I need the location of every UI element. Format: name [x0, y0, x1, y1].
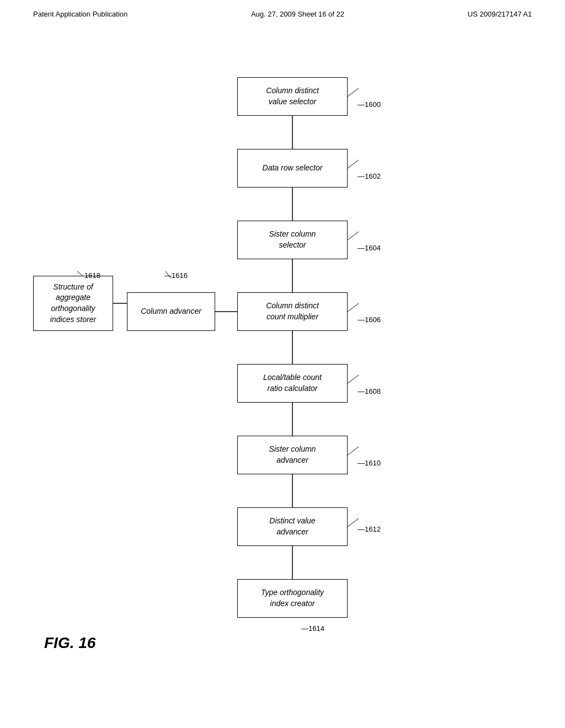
diagram-area: Column distinct value selectorData row s…	[0, 33, 565, 728]
box1616: Column advancer	[127, 292, 215, 331]
svg-line-10	[348, 160, 359, 168]
box1604: Sister column selector	[237, 221, 348, 259]
ref1614-label: —1614	[301, 624, 324, 633]
ref1606-label: —1606	[358, 315, 381, 324]
box1612: Distinct value advancer	[237, 507, 348, 546]
ref1610-label: —1610	[358, 459, 381, 467]
box1610: Sister column advancer	[237, 436, 348, 474]
svg-line-9	[348, 88, 359, 97]
ref1608-label: —1608	[358, 387, 381, 395]
svg-line-11	[348, 232, 359, 240]
ref1602-label: —1602	[358, 172, 381, 180]
header-middle: Aug. 27, 2009 Sheet 16 of 22	[251, 10, 344, 18]
box1618: Structure of aggregate orthogonality ind…	[33, 276, 113, 331]
svg-line-13	[348, 375, 359, 383]
header-left: Patent Application Publication	[33, 10, 127, 18]
ref1618-label: —1618	[77, 271, 100, 280]
ref1600-label: —1600	[358, 100, 381, 109]
box1600: Column distinct value selector	[237, 77, 348, 116]
box1606: Column distinct count multiplier	[237, 292, 348, 331]
svg-line-12	[348, 303, 359, 312]
box1608: Local/table count ratio calculator	[237, 364, 348, 403]
header-right: US 2009/217147 A1	[468, 10, 532, 18]
ref1616-label: —1616	[164, 271, 188, 280]
fig-label: FIG. 16	[44, 634, 95, 652]
svg-line-14	[348, 447, 359, 455]
svg-line-15	[348, 518, 359, 527]
ref1612-label: —1612	[358, 525, 381, 533]
ref1604-label: —1604	[358, 244, 381, 252]
box1602: Data row selector	[237, 149, 348, 188]
box1614: Type orthogonality index creator	[237, 579, 348, 618]
page-header: Patent Application Publication Aug. 27, …	[0, 0, 565, 18]
